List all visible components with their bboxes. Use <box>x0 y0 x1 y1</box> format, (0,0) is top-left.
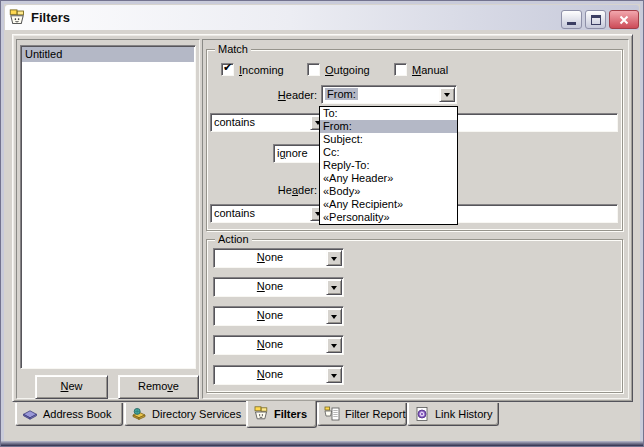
action3-combobox[interactable]: None <box>213 306 344 326</box>
manual-checkbox[interactable] <box>394 63 407 76</box>
filters-app-icon <box>8 9 26 27</box>
action2-value: None <box>214 280 326 293</box>
filter-report-icon <box>324 406 340 422</box>
action4-value: None <box>214 338 326 351</box>
action4-combobox[interactable]: None <box>213 335 344 355</box>
dropdown-item[interactable]: From: <box>320 120 457 133</box>
directory-services-icon <box>131 406 147 422</box>
filter-list-item[interactable]: Untitled <box>22 47 194 62</box>
tab-label: Filters <box>274 408 307 420</box>
incoming-checkbox[interactable] <box>221 63 234 76</box>
header1-combobox[interactable]: From: <box>321 85 457 104</box>
dropdown-item[interactable]: Cc: <box>320 146 457 159</box>
link-history-icon <box>414 406 430 422</box>
contains2-combobox[interactable]: contains <box>210 204 328 223</box>
tab-label: Address Book <box>43 408 111 420</box>
manual-label[interactable]: Manual <box>412 64 448 77</box>
chevron-down-icon[interactable] <box>326 367 342 383</box>
dropdown-item[interactable]: «Any Header» <box>320 172 457 185</box>
chevron-down-icon[interactable] <box>326 250 342 266</box>
chevron-down-icon[interactable] <box>439 87 455 102</box>
contains1-combobox[interactable]: contains <box>210 113 328 132</box>
header1-label: Header: <box>257 89 317 102</box>
address-book-icon <box>22 406 38 422</box>
action-group-label: Action <box>215 233 252 246</box>
maximize-button[interactable] <box>585 10 606 29</box>
dropdown-item[interactable]: Reply-To: <box>320 159 457 172</box>
tab-label: Link History <box>435 408 492 420</box>
chevron-down-icon[interactable] <box>326 337 342 353</box>
filters-window: Filters Untitled New Remove Match Incomi… <box>0 0 644 447</box>
action2-combobox[interactable]: None <box>213 277 344 297</box>
tab-label: Filter Report <box>345 408 406 420</box>
action1-value: None <box>214 251 326 264</box>
action3-value: None <box>214 309 326 322</box>
chevron-down-icon[interactable] <box>326 308 342 324</box>
close-icon <box>618 14 630 26</box>
dropdown-item[interactable]: «Body» <box>320 185 457 198</box>
outgoing-label[interactable]: Outgoing <box>325 64 370 77</box>
contains1-value: contains <box>214 116 255 129</box>
dropdown-item[interactable]: To: <box>320 107 457 120</box>
contains2-value: contains <box>214 207 255 220</box>
dropdown-item[interactable]: «Personality» <box>320 211 457 224</box>
action5-value: None <box>214 368 326 381</box>
match-group-label: Match <box>215 43 251 56</box>
header2-label: Header: <box>257 184 317 197</box>
window-bottom-edge <box>1 441 643 446</box>
maximize-icon <box>591 15 601 25</box>
header-dropdown-list[interactable]: To: From: Subject: Cc: Reply-To: «Any He… <box>319 106 458 225</box>
tab-filter-report[interactable]: Filter Report <box>317 403 407 426</box>
window-title: Filters <box>31 10 70 25</box>
filters-icon <box>253 406 269 422</box>
conjunction-value: ignore <box>277 147 308 160</box>
dropdown-item[interactable]: Subject: <box>320 133 457 146</box>
chevron-down-icon[interactable] <box>326 279 342 295</box>
minimize-icon <box>567 22 576 25</box>
outgoing-checkbox[interactable] <box>307 63 320 76</box>
tab-label: Directory Services <box>152 408 241 420</box>
incoming-label[interactable]: Incoming <box>239 64 284 77</box>
tab-address-book[interactable]: Address Book <box>15 403 123 426</box>
action5-combobox[interactable]: None <box>213 365 344 385</box>
filter-list[interactable]: Untitled <box>20 45 196 369</box>
tab-link-history[interactable]: Link History <box>407 403 499 426</box>
title-bar[interactable]: Filters <box>5 5 639 30</box>
minimize-button[interactable] <box>561 10 582 29</box>
new-button[interactable]: New <box>35 375 108 399</box>
header1-value: From: <box>325 88 358 101</box>
close-button[interactable] <box>609 10 639 29</box>
action1-combobox[interactable]: None <box>213 248 344 268</box>
tab-filters[interactable]: Filters <box>246 401 317 428</box>
remove-button[interactable]: Remove <box>118 375 199 399</box>
tab-directory-services[interactable]: Directory Services <box>124 403 258 426</box>
dropdown-item[interactable]: «Any Recipient» <box>320 198 457 211</box>
